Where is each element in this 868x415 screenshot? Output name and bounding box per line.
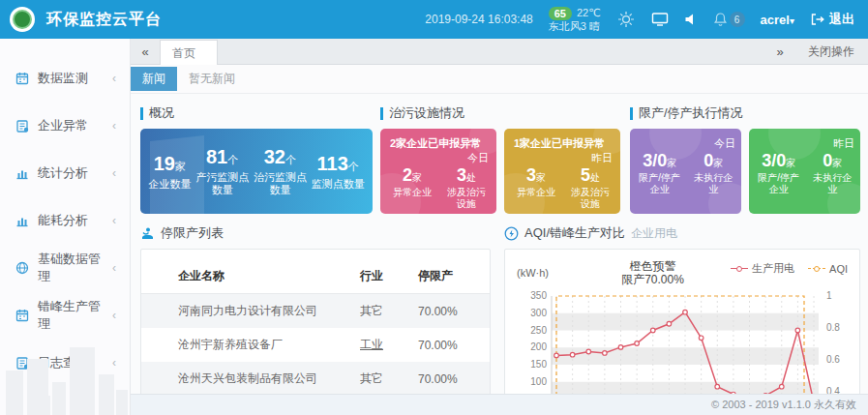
legend-marker — [731, 265, 748, 273]
temperature-label: 22℃ — [577, 7, 601, 19]
sidebar-item-energy-analysis[interactable]: 能耗分析 ‹ — [0, 196, 130, 244]
sidebar-item-enterprise-abnormal[interactable]: 企业异常 ‹ — [0, 102, 130, 149]
limit-list-panel: 企业名称 行业 停限产 河南同力电力设计有限公司 其它 70.00% — [140, 249, 491, 394]
sidebar-item-data-monitor[interactable]: 数据监测 ‹ — [0, 54, 130, 102]
sidebar-item-label: 能耗分析 — [38, 212, 88, 229]
section-title: 治污设施情况 — [389, 104, 464, 122]
sidebar-item-basic-data[interactable]: 基础数据管理 ‹ — [0, 244, 130, 291]
table-row: 沧州天兴包装制品有限公司 其它 70.00% — [141, 362, 490, 394]
tab-bar: « 首页 » 关闭操作 — [131, 39, 868, 65]
aqi-chart-panel: (kW·h) 橙色预警 限产70.00% 生产用电 — [504, 249, 860, 394]
sidebar-item-label: 数据监测 — [38, 70, 88, 87]
stat-enterprise-count: 19家 企业数量 — [148, 153, 191, 191]
tabs-scroll-left-button[interactable]: « — [131, 44, 160, 59]
legend-item-power[interactable]: 生产用电 — [731, 261, 794, 276]
stat-limited-enterprises: 3/0家 限产/停产企业 — [638, 151, 682, 195]
chevron-down-icon: ▾ — [790, 15, 794, 26]
datetime-display: 2019-09-24 16:03:48 — [425, 13, 532, 26]
legend-item-aqi[interactable]: AQI — [808, 261, 848, 276]
pollution-card-yesterday: 1家企业已申报异常 昨日 3家 异常企业 5处 涉及治污设施 — [504, 129, 620, 214]
app-title: 环保监控云平台 — [46, 10, 162, 30]
stat-noncompliant-enterprises: 0家 未执行企业 — [811, 151, 855, 195]
stat-abnormal-enterprises: 3家 异常企业 — [514, 165, 558, 210]
chart-legend: 生产用电 AQI — [731, 261, 848, 276]
svg-text:1: 1 — [826, 290, 832, 301]
period-label: 昨日 — [757, 136, 854, 151]
table-row: 河南同力电力设计有限公司 其它 70.00% — [141, 294, 490, 329]
close-operations-menu[interactable]: 关闭操作 — [794, 44, 868, 60]
limit-list-table: 企业名称 行业 停限产 河南同力电力设计有限公司 其它 70.00% — [141, 259, 490, 394]
bar-chart-icon — [15, 214, 29, 227]
section-title: AQI/错峰生产对比 — [524, 224, 625, 242]
column-header: 企业名称 — [141, 259, 354, 294]
chevron-left-icon: ‹ — [112, 119, 116, 133]
stat-pollution-source-points: 81个 产污监测点 数量 — [195, 146, 249, 196]
chevron-left-icon: ‹ — [112, 72, 116, 85]
stat-abnormal-enterprises: 2家 异常企业 — [390, 165, 434, 210]
chart-annotation: 橙色预警 限产70.00% — [575, 259, 731, 286]
tabs-scroll-right-button[interactable]: » — [765, 44, 794, 59]
monitor-icon[interactable] — [651, 12, 669, 27]
tab-home[interactable]: 首页 — [160, 40, 218, 65]
svg-text:300: 300 — [530, 308, 547, 318]
sidebar-item-offpeak-production[interactable]: 错峰生产管理 ‹ — [0, 291, 130, 339]
globe-icon — [15, 261, 29, 275]
bell-icon[interactable] — [713, 12, 728, 27]
bar-chart-icon — [15, 166, 29, 180]
svg-text:0.8: 0.8 — [826, 322, 840, 333]
calendar-icon — [15, 309, 29, 322]
aqi-line-chart: 35030025020015010010.80.60.40.2 — [517, 288, 852, 394]
pollution-card-today: 2家企业已申报异常 今日 2家 异常企业 3处 涉及治污设施 — [380, 129, 496, 214]
overview-card: 19家 企业数量 81个 产污监测点 数量 32个 治污监测点 数量 113 — [140, 129, 373, 214]
sidebar-item-label: 企业异常 — [38, 117, 88, 134]
period-label: 今日 — [638, 136, 735, 151]
sidebar-item-statistics[interactable]: 统计分析 ‹ — [0, 149, 130, 196]
svg-text:200: 200 — [530, 341, 547, 352]
column-header: 行业 — [354, 259, 412, 294]
section-subtitle: 企业用电 — [631, 225, 677, 242]
section-marker — [140, 107, 143, 120]
svg-text:350: 350 — [530, 290, 547, 301]
svg-text:100: 100 — [530, 376, 547, 387]
period-label: 昨日 — [514, 151, 613, 165]
section-title: 限产/停产执行情况 — [639, 104, 743, 122]
svg-text:0.4: 0.4 — [826, 386, 840, 394]
stat-treatment-points: 32个 治污监测点 数量 — [254, 146, 307, 196]
news-bar: 新闻 暂无新闻 — [131, 65, 868, 94]
copyright-text: © 2003 - 2019 v1.1.0 永久有效 — [711, 398, 856, 412]
chevron-left-icon: ‹ — [112, 214, 116, 227]
aqi-badge: 65 — [549, 7, 572, 20]
footer: © 2003 - 2019 v1.1.0 永久有效 — [131, 394, 868, 415]
chevron-left-icon: ‹ — [112, 166, 116, 180]
app-logo-icon — [10, 7, 35, 32]
stat-noncompliant-enterprises: 0家 未执行企业 — [691, 151, 735, 195]
lightning-circle-icon — [504, 226, 519, 241]
svg-text:150: 150 — [530, 359, 547, 370]
section-pollution-control: 治污设施情况 2家企业已申报异常 今日 2家 异常企业 — [380, 104, 620, 214]
sound-icon[interactable] — [684, 13, 698, 26]
stat-facilities-involved: 3处 涉及治污设施 — [444, 165, 489, 210]
sidebar-item-label: 错峰生产管理 — [38, 298, 112, 333]
table-row: 沧州宇新养殖设备厂 工业 70.00% — [141, 328, 490, 362]
limit-list-icon — [140, 226, 155, 241]
stat-monitor-points: 113个 监测点数量 — [312, 153, 365, 191]
svg-text:250: 250 — [530, 325, 547, 336]
legend-marker — [808, 265, 825, 273]
y-axis-unit-label: (kW·h) — [517, 267, 575, 279]
app-header: 环保监控云平台 2019-09-24 16:03:48 65 22℃ 东北风3 … — [0, 0, 868, 39]
section-limit-list: 停限产列表 企业名称 行业 停限产 — [140, 223, 491, 394]
stat-facilities-involved: 5处 涉及治污设施 — [568, 165, 613, 210]
notification-count-badge[interactable]: 6 — [730, 12, 745, 27]
news-text: 暂无新闻 — [189, 71, 235, 87]
logout-icon — [810, 13, 824, 26]
logout-button[interactable]: 退出 — [810, 11, 854, 28]
section-aqi-compare: AQI/错峰生产对比 企业用电 (kW·h) 橙色预警 限产70.00% — [504, 223, 860, 394]
section-marker — [630, 107, 633, 120]
chevron-left-icon: ‹ — [112, 261, 116, 275]
svg-text:0.6: 0.6 — [826, 354, 840, 365]
user-menu[interactable]: acrel▾ — [761, 13, 794, 27]
section-title: 停限产列表 — [161, 224, 224, 242]
city-skyline-watermark — [0, 338, 129, 415]
condition-label: 晴 — [589, 20, 600, 32]
news-badge[interactable]: 新闻 — [131, 67, 177, 91]
